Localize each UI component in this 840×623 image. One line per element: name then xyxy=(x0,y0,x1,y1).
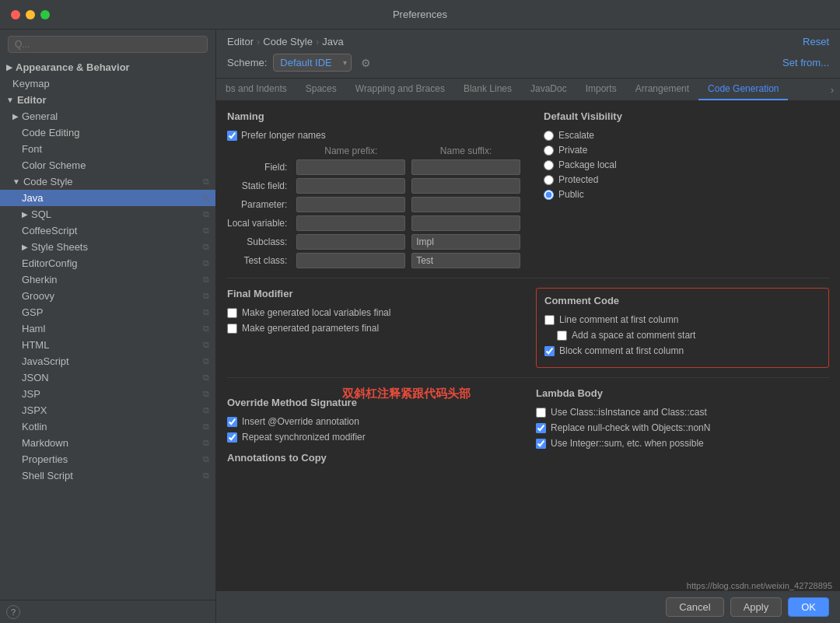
bottom-panels: Final Modifier Make generated local vari… xyxy=(227,288,829,368)
visibility-private-radio[interactable] xyxy=(544,145,554,156)
sidebar-item-javascript[interactable]: JavaScript ⧉ xyxy=(0,353,215,369)
ok-button[interactable]: OK xyxy=(788,597,829,617)
block-comment-checkbox[interactable] xyxy=(544,346,555,356)
repeat-sync-label: Repeat synchronized modifier xyxy=(242,432,366,443)
visibility-escalate-radio[interactable] xyxy=(544,131,554,141)
sidebar-item-java[interactable]: Java ⧉ xyxy=(0,190,215,206)
sidebar-item-code-editing[interactable]: Code Editing xyxy=(0,124,215,141)
sidebar-item-editorconfig[interactable]: EditorConfig ⧉ xyxy=(0,255,215,271)
search-input[interactable] xyxy=(8,36,208,53)
tab-imports[interactable]: Imports xyxy=(576,79,626,100)
expand-icon: ▼ xyxy=(12,177,20,186)
local-var-prefix[interactable] xyxy=(296,215,405,231)
sidebar-item-appearance[interactable]: ▶ Appearance & Behavior xyxy=(0,59,215,75)
expand-icon: ▶ xyxy=(22,210,28,219)
test-class-suffix[interactable] xyxy=(411,253,520,268)
sidebar-item-html[interactable]: HTML ⧉ xyxy=(0,337,215,353)
visibility-public-radio[interactable] xyxy=(544,190,554,200)
scheme-select[interactable]: Default IDE xyxy=(273,54,352,72)
add-space-checkbox[interactable] xyxy=(557,331,567,341)
static-field-suffix[interactable] xyxy=(411,178,520,194)
help-button[interactable]: ? xyxy=(6,605,20,619)
final-params-checkbox[interactable] xyxy=(227,324,237,334)
sidebar-item-kotlin[interactable]: Kotlin ⧉ xyxy=(0,418,215,435)
sidebar-item-editor[interactable]: ▼ Editor xyxy=(0,92,215,108)
visibility-protected: Protected xyxy=(544,174,829,185)
apply-button[interactable]: Apply xyxy=(730,597,782,617)
sidebar-item-gsp[interactable]: GSP ⧉ xyxy=(0,304,215,320)
tabs-more-icon[interactable]: › xyxy=(824,80,840,100)
breadcrumb-row: Editor › Code Style › Java Reset xyxy=(227,36,829,47)
sidebar-item-label: JavaScript xyxy=(22,355,69,367)
sidebar-item-haml[interactable]: Haml ⧉ xyxy=(0,320,215,337)
lambda-intsum-checkbox[interactable] xyxy=(536,439,546,449)
minimize-button[interactable] xyxy=(26,10,35,19)
prefer-longer-checkbox[interactable] xyxy=(227,131,237,141)
lambda-intsum-label: Use Integer::sum, etc. when possible xyxy=(551,438,704,449)
parameter-label: Parameter: xyxy=(227,199,290,210)
tab-spaces[interactable]: Spaces xyxy=(296,79,346,100)
bottom-bar: Cancel Apply OK xyxy=(216,590,840,623)
final-local-checkbox[interactable] xyxy=(227,308,237,318)
content-panels: Naming Prefer longer names Name prefix: … xyxy=(216,101,840,590)
set-from-button[interactable]: Set from... xyxy=(782,57,829,68)
parameter-prefix[interactable] xyxy=(296,197,405,212)
visibility-public: Public xyxy=(544,189,829,200)
tab-arrangement[interactable]: Arrangement xyxy=(626,79,698,100)
local-var-label: Local variable: xyxy=(227,218,290,229)
cancel-button[interactable]: Cancel xyxy=(666,597,723,617)
close-button[interactable] xyxy=(11,10,20,19)
sidebar-item-gherkin[interactable]: Gherkin ⧉ xyxy=(0,271,215,288)
line-comment-label: Line comment at first column xyxy=(559,314,678,325)
sidebar-item-groovy[interactable]: Groovy ⧉ xyxy=(0,288,215,304)
field-prefix[interactable] xyxy=(296,159,405,175)
parameter-suffix[interactable] xyxy=(411,197,520,212)
visibility-package-radio[interactable] xyxy=(544,160,554,170)
lambda-isinstance-label: Use Class::isInstance and Class::cast xyxy=(551,407,707,418)
sidebar-item-code-style[interactable]: ▼ Code Style ⧉ xyxy=(0,173,215,190)
insert-override-label: Insert @Override annotation xyxy=(242,416,359,427)
subclass-prefix[interactable] xyxy=(296,234,405,250)
sidebar-item-jsp[interactable]: JSP ⧉ xyxy=(0,386,215,402)
prefer-longer-row: Prefer longer names xyxy=(227,130,520,141)
visibility-protected-radio[interactable] xyxy=(544,175,554,185)
sidebar-item-font[interactable]: Font xyxy=(0,141,215,157)
sidebar-item-label: Markdown xyxy=(22,437,68,449)
sidebar-item-properties[interactable]: Properties ⧉ xyxy=(0,451,215,467)
sidebar-item-color-scheme[interactable]: Color Scheme xyxy=(0,157,215,173)
tab-code-generation[interactable]: Code Generation xyxy=(698,79,788,100)
sidebar-item-markdown[interactable]: Markdown ⧉ xyxy=(0,435,215,451)
sidebar-item-label: Color Scheme xyxy=(22,159,86,171)
field-suffix[interactable] xyxy=(411,159,520,175)
sidebar-item-json[interactable]: JSON ⧉ xyxy=(0,369,215,386)
test-class-prefix[interactable] xyxy=(296,253,405,268)
sidebar-item-jspx[interactable]: JSPX ⧉ xyxy=(0,402,215,418)
sidebar-item-keymap[interactable]: Keymap xyxy=(0,75,215,92)
line-comment-checkbox[interactable] xyxy=(544,315,555,325)
copy-icon: ⧉ xyxy=(203,422,209,432)
sidebar-item-coffeescript[interactable]: CoffeeScript ⧉ xyxy=(0,222,215,239)
lambda-nullcheck-checkbox[interactable] xyxy=(536,423,546,433)
reset-button[interactable]: Reset xyxy=(803,36,829,47)
sidebar-item-shell-script[interactable]: Shell Script ⧉ xyxy=(0,467,215,484)
tab-javadoc[interactable]: JavaDoc xyxy=(521,79,576,100)
expand-icon: ▶ xyxy=(6,63,12,72)
override-section: Override Method Signature Insert @Overri… xyxy=(227,397,520,471)
static-field-prefix[interactable] xyxy=(296,178,405,194)
sidebar-item-general[interactable]: ▶ General xyxy=(0,108,215,124)
gear-icon[interactable]: ⚙ xyxy=(361,57,371,69)
insert-override-checkbox[interactable] xyxy=(227,417,237,427)
sidebar-item-sql[interactable]: ▶ SQL ⧉ xyxy=(0,206,215,222)
maximize-button[interactable] xyxy=(40,10,50,19)
sidebar-item-stylesheets[interactable]: ▶ Style Sheets ⧉ xyxy=(0,239,215,255)
copy-icon: ⧉ xyxy=(203,340,209,350)
lambda-isinstance-checkbox[interactable] xyxy=(536,408,546,418)
tab-tabs-indents[interactable]: bs and Indents xyxy=(216,79,296,100)
local-var-suffix[interactable] xyxy=(411,215,520,231)
subclass-suffix[interactable] xyxy=(411,234,520,250)
final-params-label: Make generated parameters final xyxy=(242,323,379,334)
tab-wrapping-braces[interactable]: Wrapping and Braces xyxy=(346,79,454,100)
window-controls[interactable] xyxy=(11,10,50,19)
tab-blank-lines[interactable]: Blank Lines xyxy=(454,79,521,100)
repeat-sync-checkbox[interactable] xyxy=(227,432,237,443)
